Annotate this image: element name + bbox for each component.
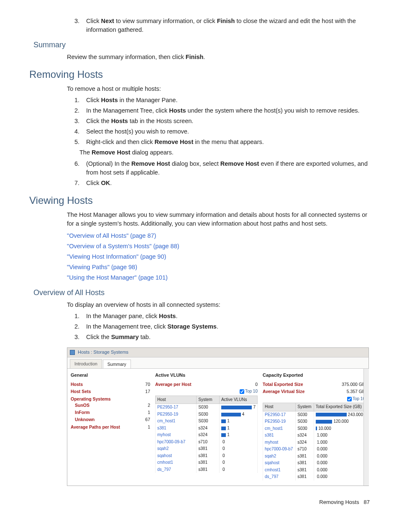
table-row[interactable]: ds_797s3810 [156, 466, 258, 473]
summary-heading: Summary [33, 39, 370, 50]
tab-introduction[interactable]: Introduction [70, 359, 102, 368]
size-cell: 1.000 [314, 432, 365, 439]
step-number: 1. [67, 312, 86, 321]
host-cell[interactable]: cm_host1 [156, 418, 197, 425]
bold: Finish [217, 18, 235, 24]
host-cell[interactable]: s381 [156, 425, 197, 432]
hosts-summary-app: Hosts : Storage Systems Introduction Sum… [67, 347, 369, 486]
host-cell[interactable]: cmhost1 [263, 467, 296, 474]
table-row[interactable]: myhosts3241 [156, 432, 258, 439]
viewing-hosts-heading: Viewing Hosts [29, 193, 370, 208]
host-cell[interactable]: PE2950-19 [156, 411, 197, 418]
host-cell[interactable]: hpc7000-09-b7 [156, 439, 197, 446]
scrollbar[interactable] [363, 369, 369, 485]
bold: Finish [186, 54, 204, 60]
table-row[interactable]: cmhost1s3810 [156, 459, 258, 466]
system-cell: s324 [296, 432, 314, 439]
avs-label: Average Virtual Size [263, 388, 304, 395]
list-item: 4.Select the host(s) you wish to remove. [67, 127, 370, 136]
vluns-cell: 0 [219, 452, 257, 460]
vluns-top10-checkbox[interactable] [240, 389, 244, 394]
overview-all-heading: Overview of All Hosts [33, 287, 370, 298]
host-cell[interactable]: ds_797 [263, 473, 296, 481]
system-cell: s710 [296, 446, 314, 453]
text: . [203, 54, 205, 60]
system-cell: s381 [296, 460, 314, 467]
doc-link[interactable]: "Overview of All Hosts" (page 87) [67, 231, 370, 240]
general-heading: General [71, 372, 150, 379]
bold: OK [101, 180, 110, 186]
table-row[interactable]: PE2950-19S030120.000 [263, 418, 365, 425]
col-system[interactable]: System [197, 396, 220, 404]
table-row[interactable]: hpc7000-09-b7s7100 [156, 439, 258, 446]
footer-section: Removing Hosts [319, 499, 359, 505]
host-cell[interactable]: myhost [263, 439, 296, 446]
doc-link[interactable]: "Overview of a System's Hosts" (page 88) [67, 242, 370, 251]
vluns-cell: 7 [219, 404, 257, 411]
vluns-cell: 0 [219, 466, 257, 473]
step-number: 3. [67, 17, 86, 34]
hosts-value: 70 [145, 381, 150, 388]
table-row[interactable]: sqah2s3810.000 [263, 453, 365, 460]
host-cell[interactable]: sqah2 [156, 445, 197, 452]
host-cell[interactable]: s381 [263, 432, 296, 439]
cap-top10-checkbox[interactable] [347, 397, 352, 401]
table-row[interactable]: hpc7000-09-b7s7100.000 [263, 446, 365, 453]
host-cell[interactable]: sqah2 [263, 453, 296, 460]
list-item: 3.Click the Summary tab. [67, 333, 370, 342]
table-row[interactable]: PE2950-17S030243.000 [263, 411, 365, 418]
table-row[interactable]: PE2950-19S0304 [156, 411, 258, 418]
system-cell: S030 [296, 411, 314, 418]
avs-value: 5.357 GB [347, 388, 365, 395]
host-cell[interactable]: sqahost [263, 460, 296, 467]
col-system[interactable]: System [296, 403, 314, 411]
avgpaths-label: Average Paths per Host [71, 424, 120, 430]
host-cell[interactable]: PE2950-17 [263, 411, 296, 418]
size-cell: 10.000 [314, 425, 365, 432]
table-row[interactable]: sqahosts3810.000 [263, 460, 365, 467]
table-row[interactable]: sqahosts3810 [156, 452, 258, 460]
step-text: Click Hosts in the Manager Pane. [86, 96, 370, 105]
col-total[interactable]: Total Exported Size (GB) [314, 403, 365, 411]
host-cell[interactable]: PE2950-17 [156, 404, 197, 411]
host-cell[interactable]: ds_797 [156, 466, 197, 473]
table-row[interactable]: cmhost1s3810.000 [263, 467, 365, 474]
size-cell: 0.000 [314, 453, 365, 460]
text: Click [86, 18, 101, 24]
step-text: Click OK. [86, 179, 370, 188]
table-row[interactable]: sqah2s3810 [156, 445, 258, 452]
host-cell[interactable]: cmhost1 [156, 459, 197, 466]
list-item: 2.In the Management Tree, click Hosts un… [67, 106, 370, 115]
list-item: 1.In the Manager pane, click Hosts. [67, 312, 370, 321]
vluns-column: Active VLUNs Average per Host0 Top 10 Ho… [155, 372, 258, 480]
table-row[interactable]: PE2950-17S0307 [156, 404, 258, 411]
table-row[interactable]: cm_host1S0301 [156, 418, 258, 425]
table-row[interactable]: ds_797s3810.000 [263, 473, 365, 481]
table-row[interactable]: myhosts3241.000 [263, 439, 365, 446]
tab-summary[interactable]: Summary [103, 360, 131, 369]
hostsets-value: 17 [145, 388, 150, 395]
vluns-cell: 1 [219, 418, 257, 425]
system-cell: s324 [197, 432, 220, 439]
col-active[interactable]: Active VLUNs [219, 396, 257, 404]
viewing-lead: The Host Manager allows you to view summ… [67, 211, 370, 228]
host-cell[interactable]: PE2950-19 [263, 418, 296, 425]
doc-link[interactable]: "Viewing Paths" (page 98) [67, 263, 370, 272]
table-row[interactable]: s381s3241 [156, 425, 258, 432]
system-cell: s381 [296, 467, 314, 474]
system-cell: s710 [197, 439, 220, 446]
host-cell[interactable]: myhost [156, 432, 197, 439]
host-cell[interactable]: sqahost [156, 452, 197, 460]
cap-table: Host System Total Exported Size (GB) PE2… [263, 403, 365, 481]
table-row[interactable]: s381s3241.000 [263, 432, 365, 439]
col-host[interactable]: Host [263, 403, 296, 411]
doc-link[interactable]: "Viewing Host Information" (page 90) [67, 252, 370, 261]
col-host[interactable]: Host [156, 396, 197, 404]
host-cell[interactable]: cm_host1 [263, 425, 296, 432]
table-row[interactable]: cm_host1S03010.000 [263, 425, 365, 432]
text: Click [86, 180, 101, 186]
avg-per-host-label: Average per Host [155, 381, 192, 388]
host-cell[interactable]: hpc7000-09-b7 [263, 446, 296, 453]
inform-label: InForm [75, 409, 90, 416]
doc-link[interactable]: "Using the Host Manager" (page 101) [67, 273, 370, 282]
